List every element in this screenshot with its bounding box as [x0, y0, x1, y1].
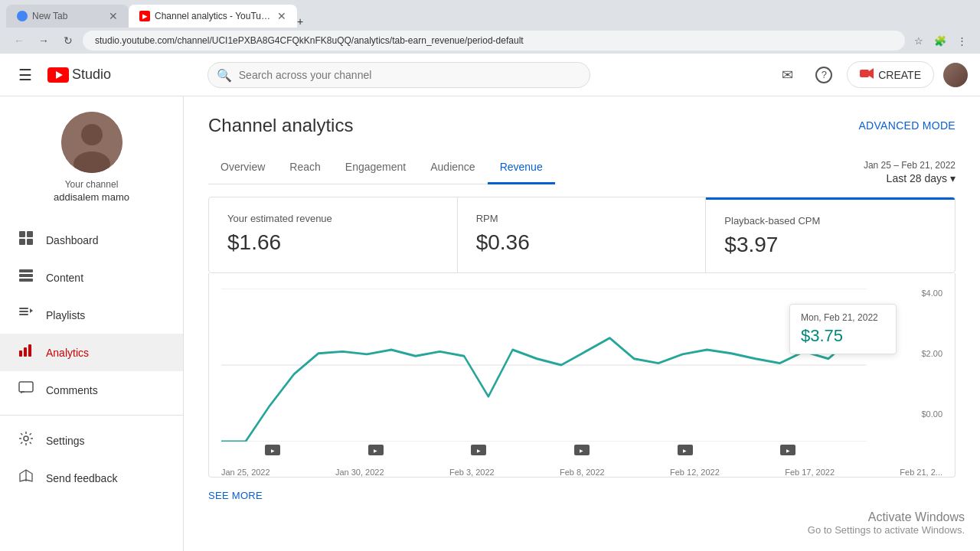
video-thumb-5[interactable]	[678, 445, 693, 455]
page-header: Channel analytics ADVANCED MODE	[208, 115, 956, 136]
channel-avatar[interactable]	[61, 112, 122, 173]
rpm-value: $0.36	[476, 230, 688, 255]
studio-tab-close[interactable]: ✕	[277, 10, 286, 22]
date-range-label: Jan 25 – Feb 21, 2022	[864, 160, 956, 171]
menu-button[interactable]: ☰	[12, 60, 38, 90]
metric-estimated-revenue[interactable]: Your estimated revenue $1.66	[209, 197, 458, 272]
add-tab-button[interactable]: +	[297, 15, 303, 28]
x-label-6: Feb 21, 2...	[900, 468, 942, 477]
tab-reach[interactable]: Reach	[277, 152, 332, 184]
menu-icon: ☰	[18, 67, 32, 83]
video-thumb-1[interactable]	[265, 445, 280, 455]
sidebar-item-playlists[interactable]: Playlists	[0, 296, 183, 334]
sidebar-item-dashboard[interactable]: Dashboard	[0, 221, 183, 259]
browser-tab-new[interactable]: New Tab ✕	[6, 5, 129, 28]
studio-tab-title: Channel analytics - YouTube Stu...	[155, 11, 273, 21]
messages-button[interactable]: ✉	[773, 61, 801, 89]
svg-point-22	[24, 436, 28, 441]
create-button[interactable]: CREATE	[847, 61, 934, 88]
refresh-button[interactable]: ↻	[58, 31, 78, 51]
svg-rect-2	[860, 70, 869, 77]
svg-rect-15	[19, 311, 28, 312]
video-thumb-2[interactable]	[368, 445, 384, 455]
avatar[interactable]	[943, 63, 968, 87]
tab-audience[interactable]: Audience	[418, 152, 487, 184]
estimated-revenue-value: $1.66	[227, 230, 439, 255]
page-title: Channel analytics	[208, 115, 353, 136]
playlists-label: Playlists	[46, 309, 85, 321]
sidebar-divider	[0, 415, 183, 416]
header-search: 🔍	[207, 62, 590, 88]
address-bar[interactable]: studio.youtube.com/channel/UCI1ePXBA8G4C…	[83, 31, 905, 51]
settings-label: Settings	[46, 435, 85, 447]
tabs: Overview Reach Engagement Audience Reven…	[208, 152, 555, 184]
svg-rect-18	[19, 350, 22, 357]
channel-info: Your channel addisalem mamo	[0, 96, 183, 215]
comments-label: Comments	[46, 384, 98, 396]
tab-revenue[interactable]: Revenue	[488, 152, 555, 184]
tab-overview[interactable]: Overview	[208, 152, 277, 184]
playback-cpm-label: Playback-based CPM	[724, 215, 936, 227]
channel-avatar-image	[61, 112, 122, 173]
chart-area: $4.00 $2.00 $0.00	[208, 273, 956, 478]
forward-button[interactable]: →	[34, 31, 54, 51]
dropdown-chevron-icon: ▾	[950, 172, 956, 184]
extensions-button[interactable]: 🧩	[931, 31, 949, 50]
address-text: studio.youtube.com/channel/UCI1ePXBA8G4C…	[95, 35, 524, 46]
tab-header-row: Overview Reach Engagement Audience Reven…	[208, 152, 956, 184]
advanced-mode-button[interactable]: ADVANCED MODE	[858, 119, 956, 132]
your-channel-label: Your channel	[65, 179, 119, 190]
svg-rect-7	[19, 231, 25, 237]
svg-rect-8	[27, 231, 33, 237]
sidebar-item-send-feedback[interactable]: Send feedback	[0, 459, 183, 497]
chart-tooltip: Mon, Feb 21, 2022 $3.75	[789, 304, 897, 354]
x-label-4: Feb 12, 2022	[670, 468, 720, 477]
svg-rect-20	[28, 344, 31, 357]
svg-point-5	[81, 124, 103, 145]
new-tab-title: New Tab	[32, 11, 104, 21]
metric-rpm[interactable]: RPM $0.36	[458, 197, 707, 272]
logo[interactable]: Studio	[47, 67, 111, 83]
playback-cpm-value: $3.97	[724, 233, 936, 257]
sidebar-item-content[interactable]: Content	[0, 259, 183, 296]
bookmark-button[interactable]: ☆	[910, 31, 928, 50]
sidebar-item-comments[interactable]: Comments	[0, 371, 183, 409]
header-actions: ✉ ? CREATE	[773, 61, 968, 89]
channel-name: addisalem mamo	[54, 191, 129, 203]
estimated-revenue-label: Your estimated revenue	[227, 213, 439, 224]
sidebar-item-analytics[interactable]: Analytics	[0, 334, 183, 371]
svg-rect-11	[19, 269, 33, 272]
svg-rect-12	[19, 274, 33, 277]
message-icon: ✉	[782, 67, 793, 83]
video-thumb-6[interactable]	[780, 445, 795, 455]
svg-marker-3	[869, 68, 874, 79]
browser-chrome: New Tab ✕ ▶ Channel analytics - YouTube …	[0, 0, 980, 54]
new-tab-close[interactable]: ✕	[109, 10, 118, 22]
analytics-label: Analytics	[46, 347, 89, 359]
search-input[interactable]	[207, 62, 590, 88]
back-button[interactable]: ←	[9, 31, 29, 51]
date-range-picker[interactable]: Jan 25 – Feb 21, 2022 Last 28 days ▾	[864, 160, 956, 184]
metric-playback-cpm[interactable]: Playback-based CPM $3.97	[706, 197, 955, 272]
browser-toolbar: ☆ 🧩 ⋮	[910, 31, 971, 50]
content-label: Content	[46, 272, 83, 284]
x-label-1: Jan 30, 2022	[335, 468, 384, 477]
search-icon: 🔍	[217, 67, 232, 82]
svg-rect-16	[19, 314, 28, 315]
chart-y-labels: $4.00 $2.00 $0.00	[921, 289, 942, 419]
content-icon	[18, 268, 34, 287]
video-thumb-3[interactable]	[471, 445, 486, 455]
see-more-button[interactable]: SEE MORE	[208, 490, 263, 501]
browser-tab-studio[interactable]: ▶ Channel analytics - YouTube Stu... ✕	[129, 5, 297, 28]
chart-container: $4.00 $2.00 $0.00	[221, 289, 942, 442]
sidebar-item-settings[interactable]: Settings	[0, 422, 183, 459]
help-button[interactable]: ?	[810, 61, 838, 89]
youtube-logo-icon	[47, 67, 69, 83]
video-thumb-4[interactable]	[574, 445, 590, 455]
tab-engagement[interactable]: Engagement	[333, 152, 418, 184]
sidebar-nav: Dashboard Content Playlists	[0, 221, 183, 497]
send-feedback-icon	[18, 468, 34, 487]
more-button[interactable]: ⋮	[952, 31, 971, 50]
rpm-label: RPM	[476, 213, 688, 224]
dashboard-label: Dashboard	[46, 234, 99, 246]
